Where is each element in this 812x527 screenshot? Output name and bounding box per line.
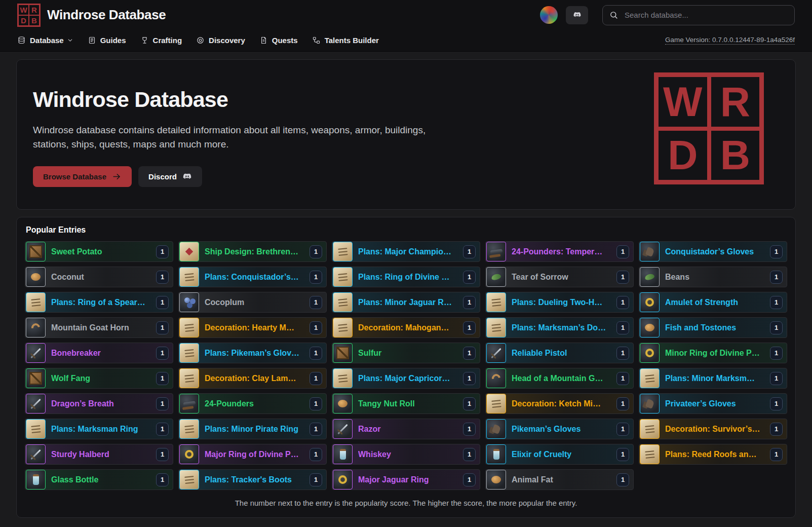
brand-home-link[interactable]: WRDB Windrose Database	[17, 4, 166, 27]
entry-card-mountain-goat-horn[interactable]: Mountain Goat Horn1	[25, 317, 173, 338]
popularity-badge: 1	[310, 347, 322, 360]
scroll-item-icon	[640, 419, 660, 439]
entry-card-decoration-survivor-s[interactable]: Decoration: Survivor’s…1	[639, 419, 787, 439]
nav-item-database[interactable]: Database	[17, 36, 73, 45]
entry-card-plans-minor-pirate-ring[interactable]: Plans: Minor Pirate Ring1	[178, 419, 327, 439]
entry-card-plans-reed-roofs-an[interactable]: Plans: Reed Roofs an…1	[639, 444, 787, 465]
entry-card-dragon-s-breath[interactable]: Dragon’s Breath1	[25, 393, 173, 414]
entry-card-conquistador-s-gloves[interactable]: Conquistador’s Gloves1	[639, 241, 787, 262]
popularity-badge: 1	[770, 448, 783, 461]
entry-card-plans-minor-jaguar-r[interactable]: Plans: Minor Jaguar R…1	[332, 292, 480, 313]
entry-card-plans-pikeman-s-glov[interactable]: Plans: Pikeman’s Glov…1	[178, 343, 327, 363]
discord-hero-label: Discord	[148, 172, 177, 181]
entry-card-reliable-pistol[interactable]: Reliable Pistol1	[485, 343, 634, 363]
entry-name: Plans: Pikeman’s Glov…	[205, 349, 304, 358]
search-box[interactable]	[602, 5, 795, 25]
discord-header-button[interactable]	[566, 6, 588, 24]
entry-card-minor-ring-of-divine-p[interactable]: Minor Ring of Divine P…1	[639, 343, 787, 363]
popularity-badge: 1	[770, 397, 783, 410]
popularity-badge: 1	[616, 372, 629, 385]
logo-letter: B	[709, 129, 762, 182]
entry-card-plans-major-capricor[interactable]: Plans: Major Capricor…1	[332, 368, 480, 389]
entry-card-sweet-potato[interactable]: Sweet Potato1	[25, 241, 173, 262]
entry-card-decoration-mahogan[interactable]: Decoration: Mahogan…1	[332, 317, 480, 338]
entry-name: Wolf Fang	[51, 374, 151, 383]
popularity-badge: 1	[310, 372, 322, 385]
entry-card-coconut[interactable]: Coconut1	[25, 267, 173, 287]
entry-card-decoration-clay-lam[interactable]: Decoration: Clay Lam…1	[178, 368, 327, 389]
discord-hero-button[interactable]: Discord	[138, 166, 202, 187]
popularity-badge: 1	[770, 347, 783, 360]
entry-card-privateer-s-gloves[interactable]: Privateer’s Gloves1	[639, 393, 787, 414]
popularity-badge: 1	[616, 296, 629, 309]
popularity-badge: 1	[156, 372, 169, 385]
bottle-item-icon	[486, 444, 506, 464]
entry-card-plans-ring-of-divine[interactable]: Plans: Ring of Divine …1	[332, 267, 480, 287]
entry-card-whiskey[interactable]: Whiskey1	[332, 444, 480, 465]
entry-card-plans-conquistador-s[interactable]: Plans: Conquistador’s…1	[178, 267, 327, 287]
entry-card-plans-minor-marksm[interactable]: Plans: Minor Marksm…1	[639, 368, 787, 389]
entry-card-24-pounders-temper[interactable]: 24-Pounders: Temper…1	[485, 241, 634, 262]
entry-card-plans-tracker-s-boots[interactable]: Plans: Tracker's Boots1	[178, 469, 327, 490]
entry-card-fish-and-tostones[interactable]: Fish and Tostones1	[639, 317, 787, 338]
scroll-item-icon	[179, 267, 199, 287]
talents-icon	[312, 36, 321, 45]
entry-card-pikeman-s-gloves[interactable]: Pikeman’s Gloves1	[485, 419, 634, 439]
entry-card-plans-major-champio[interactable]: Plans: Major Champio…1	[332, 241, 480, 262]
entry-card-glass-bottle[interactable]: Glass Bottle1	[25, 469, 173, 490]
entry-name: Glass Bottle	[51, 475, 151, 484]
nav-item-talents-builder[interactable]: Talents Builder	[312, 36, 379, 45]
entry-card-beans[interactable]: Beans1	[639, 267, 787, 287]
popularity-badge: 1	[310, 448, 322, 461]
entry-card-amulet-of-strength[interactable]: Amulet of Strength1	[639, 292, 787, 313]
entry-card-major-ring-of-divine-p[interactable]: Major Ring of Divine P…1	[178, 444, 327, 465]
nav-label: Discovery	[209, 36, 245, 45]
scroll-item-icon	[640, 368, 660, 388]
popularity-note: The number next to the entry is the popu…	[25, 499, 787, 507]
entry-card-sturdy-halberd[interactable]: Sturdy Halberd1	[25, 444, 173, 465]
entry-card-razor[interactable]: Razor1	[332, 419, 480, 439]
entry-card-tear-of-sorrow[interactable]: Tear of Sorrow1	[485, 267, 634, 287]
entry-name: Dragon’s Breath	[51, 399, 151, 408]
entry-card-ship-design-brethren[interactable]: Ship Design: Brethren…1	[178, 241, 327, 262]
entry-card-plans-marksman-ring[interactable]: Plans: Marksman Ring1	[25, 419, 173, 439]
entry-name: 24-Pounders	[205, 399, 304, 408]
guides-icon	[88, 36, 96, 45]
entry-card-sulfur[interactable]: Sulfur1	[332, 343, 480, 363]
map-item-icon	[179, 242, 199, 261]
wrdb-logo-large: WRDB	[654, 72, 764, 184]
entry-card-bonebreaker[interactable]: Bonebreaker1	[25, 343, 173, 363]
entry-card-decoration-hearty-m[interactable]: Decoration: Hearty M…1	[178, 317, 327, 338]
entry-card-plans-dueling-two-h[interactable]: Plans: Dueling Two-H…1	[485, 292, 634, 313]
nav-item-discovery[interactable]: Discovery	[196, 36, 245, 45]
popularity-badge: 1	[770, 245, 783, 258]
entry-card-24-pounders[interactable]: 24-Pounders1	[178, 393, 327, 414]
search-input[interactable]	[624, 10, 788, 20]
entry-card-elixir-of-cruelty[interactable]: Elixir of Cruelty1	[485, 444, 634, 465]
entry-card-decoration-ketch-mi[interactable]: Decoration: Ketch Mi…1	[485, 393, 634, 414]
entry-name: Sturdy Halberd	[51, 450, 151, 459]
main-nav: DatabaseGuidesCraftingDiscoveryQuestsTal…	[17, 36, 379, 45]
game-version-link[interactable]: Game Version: 0.7.0.0.12447-89-1a4a526f	[665, 36, 795, 45]
entry-card-cocoplum[interactable]: Cocoplum1	[178, 292, 327, 313]
wrdb-logo-small: WRDB	[17, 4, 41, 27]
browse-database-button[interactable]: Browse Database	[33, 166, 132, 187]
main-content: Windrose Database Windrose database cont…	[0, 52, 812, 518]
nav-item-guides[interactable]: Guides	[88, 36, 126, 45]
plant-item-icon	[486, 267, 506, 287]
entry-card-wolf-fang[interactable]: Wolf Fang1	[25, 368, 173, 389]
nav-item-quests[interactable]: Quests	[259, 36, 298, 45]
entry-card-head-of-a-mountain-g[interactable]: Head of a Mountain G…1	[485, 368, 634, 389]
entry-card-plans-ring-of-a-spear[interactable]: Plans: Ring of a Spear…1	[25, 292, 173, 313]
entry-card-tangy-nut-roll[interactable]: Tangy Nut Roll1	[332, 393, 480, 414]
entry-name: Major Ring of Divine P…	[205, 450, 304, 459]
nav-item-crafting[interactable]: Crafting	[140, 36, 182, 45]
user-avatar[interactable]	[540, 6, 558, 24]
entry-name: Whiskey	[358, 450, 458, 459]
popularity-badge: 1	[156, 271, 169, 284]
entry-card-plans-marksman-s-do[interactable]: Plans: Marksman’s Do…1	[485, 317, 634, 338]
scroll-item-icon	[486, 394, 506, 413]
entry-card-animal-fat[interactable]: Animal Fat1	[485, 469, 634, 490]
popular-entries-panel: Popular Entries Sweet Potato1Ship Design…	[16, 217, 796, 518]
entry-card-major-jaguar-ring[interactable]: Major Jaguar Ring1	[332, 469, 480, 490]
